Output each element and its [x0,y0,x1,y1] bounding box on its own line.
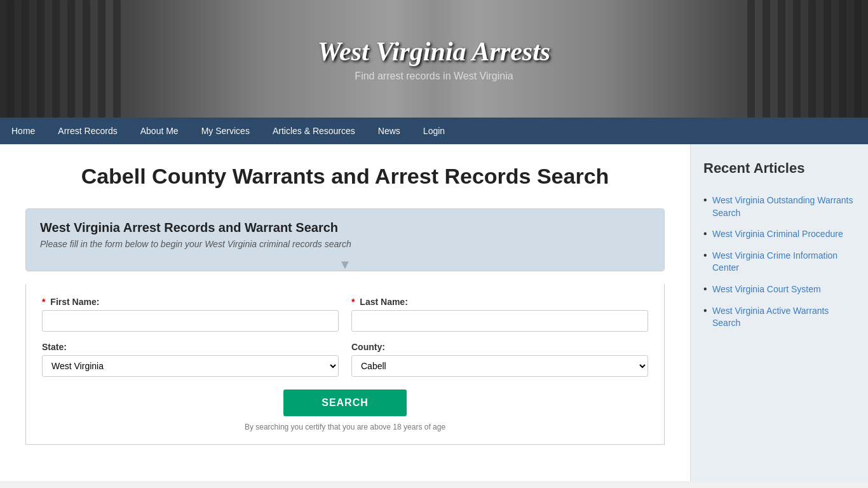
page-title: Cabell County Warrants and Arrest Record… [25,163,665,189]
list-item: West Virginia Court System [703,283,855,296]
site-subtitle: Find arrest records in West Virginia [318,71,550,82]
sidebar: Recent Articles West Virginia Outstandin… [690,144,868,481]
article-link-4[interactable]: West Virginia Court System [712,284,821,294]
nav-news[interactable]: News [367,118,412,144]
form-disclaimer: By searching you certify that you are ab… [42,423,648,431]
first-name-label: * First Name: [42,297,339,307]
search-form: * First Name: * Last Name: State: [25,284,665,445]
nav-login[interactable]: Login [412,118,456,144]
county-group: County: Cabell [351,342,648,377]
list-item: West Virginia Outstanding Warrants Searc… [703,194,855,219]
last-name-input[interactable] [351,310,648,332]
search-box-header: West Virginia Arrest Records and Warrant… [26,209,664,258]
county-select[interactable]: Cabell [351,355,648,377]
bars-right [741,0,868,118]
last-name-required: * [351,297,355,307]
article-link-3[interactable]: West Virginia Crime Information Center [712,250,837,273]
last-name-label-text: Last Name: [360,297,407,307]
article-link-2[interactable]: West Virginia Criminal Procedure [712,229,843,239]
article-link-5[interactable]: West Virginia Active Warrants Search [712,306,829,329]
site-header: West Virginia Arrests Find arrest record… [0,0,868,118]
state-label: State: [42,342,339,352]
sidebar-articles-list: West Virginia Outstanding Warrants Searc… [703,194,855,330]
article-link-1[interactable]: West Virginia Outstanding Warrants Searc… [712,195,853,218]
list-item: West Virginia Criminal Procedure [703,228,855,241]
location-row: State: West Virginia County: Cabell [42,342,648,377]
main-container: Cabell County Warrants and Arrest Record… [0,144,868,481]
search-box-arrow: ▼ [26,258,664,271]
county-label: County: [351,342,648,352]
state-group: State: West Virginia [42,342,339,377]
nav-arrest-records[interactable]: Arrest Records [46,118,128,144]
search-box-subtitle: Please fill in the form below to begin y… [40,239,650,249]
state-select[interactable]: West Virginia [42,355,339,377]
search-box: West Virginia Arrest Records and Warrant… [25,208,665,271]
content-area: Cabell County Warrants and Arrest Record… [0,144,690,481]
sidebar-title: Recent Articles [703,160,855,182]
main-nav: Home Arrest Records About Me My Services… [0,118,868,144]
header-text: West Virginia Arrests Find arrest record… [318,36,550,82]
nav-about-me[interactable]: About Me [129,118,190,144]
name-row: * First Name: * Last Name: [42,297,648,332]
first-name-input[interactable] [42,310,339,332]
site-title: West Virginia Arrests [318,36,550,67]
search-btn-row: SEARCH [42,390,648,416]
first-name-required: * [42,297,45,307]
last-name-label: * Last Name: [351,297,648,307]
list-item: West Virginia Active Warrants Search [703,305,855,330]
first-name-group: * First Name: [42,297,339,332]
search-button[interactable]: SEARCH [283,390,407,416]
bars-left [0,0,127,118]
nav-home[interactable]: Home [0,118,46,144]
nav-articles[interactable]: Articles & Resources [261,118,367,144]
list-item: West Virginia Crime Information Center [703,250,855,274]
first-name-label-text: First Name: [50,297,99,307]
nav-services[interactable]: My Services [190,118,261,144]
last-name-group: * Last Name: [351,297,648,332]
search-box-title: West Virginia Arrest Records and Warrant… [40,220,650,235]
